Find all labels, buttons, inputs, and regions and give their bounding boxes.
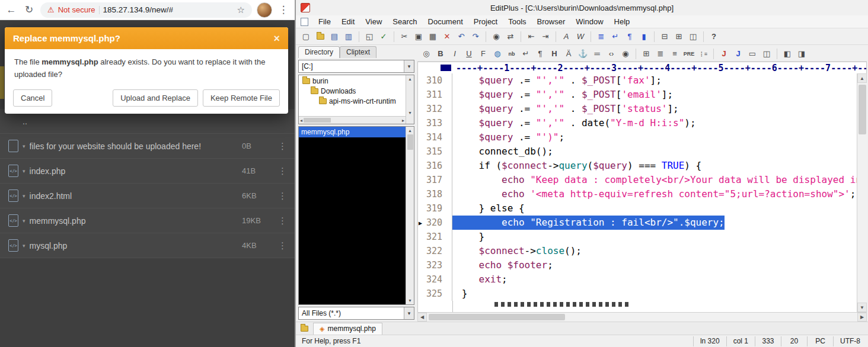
menu-tools[interactable]: Tools bbox=[503, 16, 531, 27]
row-menu-icon[interactable]: ⋮ bbox=[278, 141, 286, 152]
find-symbol-icon[interactable]: ◎ bbox=[420, 48, 433, 60]
bold-icon[interactable]: B bbox=[434, 48, 447, 60]
tab-marks-icon[interactable]: ¶ bbox=[623, 31, 636, 43]
scroll-thumb[interactable] bbox=[429, 314, 565, 320]
delete-icon[interactable]: ✕ bbox=[441, 31, 454, 43]
spell-check-icon[interactable]: ✓ bbox=[377, 31, 390, 43]
row-caret-icon[interactable]: ▾ bbox=[23, 243, 25, 249]
upload-replace-button[interactable]: Upload and Replace bbox=[113, 89, 198, 107]
tree-item[interactable]: burin bbox=[299, 76, 406, 86]
row-menu-icon[interactable]: ⋮ bbox=[278, 191, 286, 201]
column-select-icon[interactable]: ▮ bbox=[637, 31, 650, 43]
file-row[interactable]: </>▾index.php41B⋮ bbox=[0, 159, 295, 184]
scroll-left-icon[interactable]: ◂ bbox=[300, 118, 302, 123]
menu-file[interactable]: File bbox=[313, 16, 336, 27]
anchor-icon[interactable]: ⚓ bbox=[576, 48, 589, 60]
layout-right-icon[interactable]: ◨ bbox=[795, 48, 808, 60]
tag-icon[interactable]: ‹› bbox=[605, 48, 618, 60]
file-row[interactable]: </>▾memmysql.php19KB⋮ bbox=[0, 208, 295, 233]
print-preview-icon[interactable]: ◱ bbox=[363, 31, 376, 43]
file-panel-scrollbar[interactable]: ▴ ▾ bbox=[406, 127, 414, 304]
menu-view[interactable]: View bbox=[360, 16, 387, 27]
save-icon[interactable]: ▤ bbox=[328, 31, 341, 43]
line-break-icon[interactable]: ↵ bbox=[519, 48, 532, 60]
scroll-down-icon[interactable]: ▼ bbox=[857, 303, 867, 312]
avatar[interactable] bbox=[257, 2, 272, 18]
scroll-right-icon[interactable]: ▶ bbox=[857, 313, 867, 322]
redo-icon[interactable]: ↷ bbox=[469, 31, 482, 43]
special-char-icon[interactable]: Ä bbox=[562, 48, 575, 60]
scroll-left-icon[interactable]: ◀ bbox=[417, 313, 427, 322]
row-caret-icon[interactable]: ▾ bbox=[23, 168, 25, 174]
folder-icon[interactable] bbox=[301, 326, 308, 332]
web-preview-icon[interactable]: ◍ bbox=[491, 48, 504, 60]
tree-item[interactable]: Downloads bbox=[299, 86, 406, 96]
cut-icon[interactable]: ✂ bbox=[398, 31, 411, 43]
code-editor[interactable]: 310 $query .= "','" . $_POST['fax'];311 … bbox=[418, 73, 857, 312]
word-wrap-icon[interactable]: ↵ bbox=[609, 31, 622, 43]
scroll-up-icon[interactable]: ▴ bbox=[409, 128, 411, 133]
scroll-thumb[interactable] bbox=[859, 85, 866, 134]
context-help-icon[interactable]: ? bbox=[707, 31, 720, 43]
horizontal-rule-icon[interactable]: ═ bbox=[591, 48, 604, 60]
save-all-icon[interactable]: ▥ bbox=[342, 31, 355, 43]
row-caret-icon[interactable]: ▾ bbox=[23, 193, 25, 199]
scroll-right-icon[interactable]: ▸ bbox=[402, 118, 404, 123]
security-label[interactable]: Not secure bbox=[58, 5, 95, 14]
nbsp-icon[interactable]: nb bbox=[505, 48, 518, 60]
table-icon[interactable]: ⊞ bbox=[640, 48, 653, 60]
menu-browser[interactable]: Browser bbox=[532, 16, 571, 27]
scroll-thumb[interactable] bbox=[407, 134, 413, 150]
file-row[interactable]: ▾files for your website should be upload… bbox=[0, 134, 295, 159]
tab-cliptext[interactable]: Cliptext bbox=[340, 46, 376, 58]
bookmark-star-icon[interactable]: ☆ bbox=[237, 5, 245, 15]
cascade-windows-icon[interactable]: ◫ bbox=[687, 31, 700, 43]
row-caret-icon[interactable]: ▾ bbox=[23, 143, 25, 149]
menu-document[interactable]: Document bbox=[423, 16, 468, 27]
drive-selector[interactable]: [C:] ▾ bbox=[298, 60, 414, 73]
menu-project[interactable]: Project bbox=[468, 16, 503, 27]
row-caret-icon[interactable]: ▾ bbox=[23, 218, 25, 224]
line-numbers-icon[interactable]: ≣ bbox=[595, 31, 608, 43]
full-width-icon[interactable]: W bbox=[574, 31, 587, 43]
align-left-icon[interactable]: ≣ bbox=[654, 48, 667, 60]
split-window-icon[interactable]: ⊟ bbox=[658, 31, 671, 43]
replace-icon[interactable]: ⇄ bbox=[504, 31, 517, 43]
file-filter[interactable]: All Files (*.*) ▾ bbox=[298, 307, 414, 320]
dropdown-arrow-icon[interactable]: ▾ bbox=[404, 60, 414, 72]
editor-hscrollbar[interactable]: ◀ ▶ bbox=[417, 312, 867, 322]
menu-help[interactable]: Help bbox=[609, 16, 636, 27]
new-document-icon[interactable]: ▢ bbox=[299, 31, 312, 43]
layout-left-icon[interactable]: ◧ bbox=[781, 48, 794, 60]
row-menu-icon[interactable]: ⋮ bbox=[278, 216, 286, 226]
cancel-button[interactable]: Cancel bbox=[13, 89, 52, 107]
file-row[interactable]: </>▾mysql.php4KB⋮ bbox=[0, 233, 295, 258]
back-icon[interactable]: ← bbox=[5, 4, 18, 16]
tree-item[interactable]: api-ms-win-crt-runtim bbox=[299, 96, 406, 106]
scroll-down-icon[interactable]: ▾ bbox=[409, 298, 411, 303]
open-file-icon[interactable] bbox=[314, 31, 327, 43]
browser-menu-icon[interactable]: ⋮ bbox=[277, 4, 290, 16]
pre-tag-icon[interactable]: PRE bbox=[682, 48, 695, 60]
row-menu-icon[interactable]: ⋮ bbox=[278, 166, 286, 176]
form-icon[interactable]: ▭ bbox=[746, 48, 759, 60]
file-item-selected[interactable]: memmysql.php bbox=[299, 127, 406, 137]
scroll-thumb[interactable] bbox=[304, 118, 331, 123]
undo-icon[interactable]: ↶ bbox=[455, 31, 468, 43]
tree-vscrollbar[interactable]: ▴ ▾ bbox=[406, 75, 414, 124]
find-icon[interactable]: ◉ bbox=[490, 31, 503, 43]
document-tab[interactable]: ◈ memmysql.php bbox=[313, 323, 382, 335]
scroll-up-icon[interactable]: ▲ bbox=[857, 73, 867, 83]
tree-hscrollbar[interactable]: ◂ ▸ bbox=[299, 116, 406, 124]
refresh-icon[interactable]: ↻ bbox=[23, 4, 36, 16]
scroll-up-icon[interactable]: ▴ bbox=[409, 76, 411, 82]
outdent-icon[interactable]: ⇤ bbox=[525, 31, 538, 43]
paragraph-icon[interactable]: ¶ bbox=[534, 48, 547, 60]
underline-icon[interactable]: U bbox=[462, 48, 476, 60]
keep-remote-button[interactable]: Keep Remote File bbox=[203, 89, 280, 107]
italic-icon[interactable]: I bbox=[448, 48, 461, 60]
frame-icon[interactable]: ◫ bbox=[760, 48, 773, 60]
applet-icon[interactable]: J bbox=[732, 48, 745, 60]
list-tag-icon[interactable]: ⋮≡ bbox=[697, 48, 710, 60]
paste-icon[interactable]: ▦ bbox=[426, 31, 439, 43]
